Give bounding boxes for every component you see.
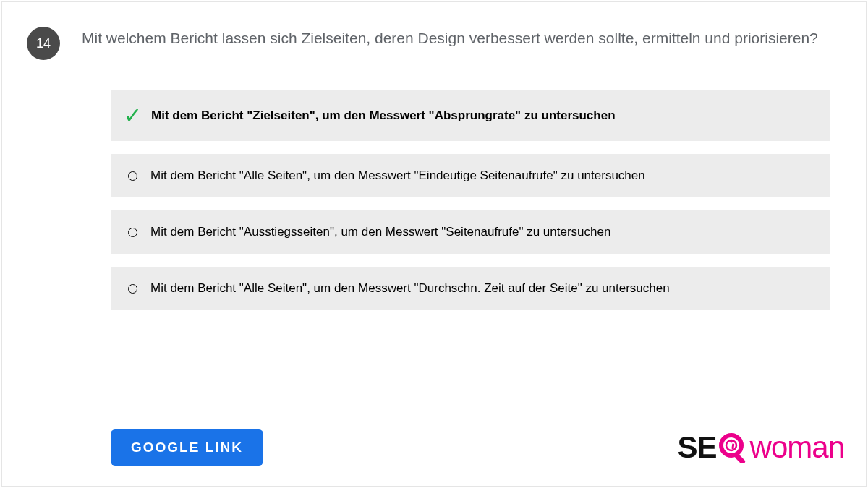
radio-icon <box>128 228 137 237</box>
answer-text: Mit dem Bericht "Alle Seiten", um den Me… <box>150 281 670 296</box>
logo-se: SE <box>678 430 717 465</box>
answer-text: Mit dem Bericht "Alle Seiten", um den Me… <box>150 168 645 183</box>
logo-woman: woman <box>750 430 844 465</box>
answer-text: Mit dem Bericht "Ausstiegsseiten", um de… <box>150 225 610 239</box>
answer-option[interactable]: Mit dem Bericht "Alle Seiten", um den Me… <box>111 267 830 310</box>
svg-rect-3 <box>731 443 734 449</box>
answer-option[interactable]: Mit dem Bericht "Alle Seiten", um den Me… <box>111 154 830 197</box>
seo-woman-logo: SE woman <box>678 430 844 465</box>
question-number: 14 <box>36 36 51 51</box>
radio-icon <box>128 171 137 181</box>
google-link-label: GOOGLE LINK <box>131 440 243 455</box>
answer-option[interactable]: Mit dem Bericht "Ausstiegsseiten", um de… <box>111 210 830 254</box>
magnifier-icon <box>718 432 749 463</box>
question-number-badge: 14 <box>27 27 60 60</box>
answer-option[interactable]: ✓Mit dem Bericht "Zielseiten", um den Me… <box>111 90 830 141</box>
question-text: Mit welchem Bericht lassen sich Zielseit… <box>82 24 833 53</box>
answer-text: Mit dem Bericht "Zielseiten", um den Mes… <box>151 108 616 123</box>
svg-point-0 <box>721 435 741 455</box>
google-link-button[interactable]: GOOGLE LINK <box>111 429 263 466</box>
checkmark-icon: ✓ <box>124 105 140 127</box>
svg-point-2 <box>730 440 733 443</box>
radio-icon <box>128 284 137 294</box>
